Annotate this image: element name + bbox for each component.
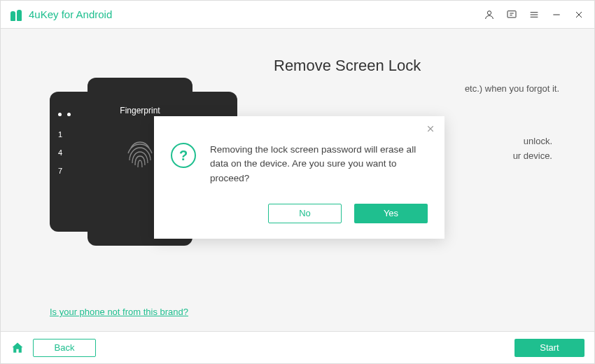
fingerprint-label: Fingerprint	[120, 106, 160, 115]
menu-icon[interactable]	[528, 9, 540, 20]
svg-point-0	[487, 10, 491, 14]
minimize-icon[interactable]	[551, 9, 562, 20]
user-icon[interactable]	[484, 9, 495, 20]
brand-help-link[interactable]: Is your phone not from this brand?	[50, 307, 188, 317]
fingerprint-icon	[122, 132, 158, 172]
titlebar: 4uKey for Android	[1, 1, 594, 29]
svg-rect-1	[507, 10, 516, 17]
description-tail: etc.) when you forgot it.	[260, 83, 566, 94]
app-title: 4uKey for Android	[29, 8, 112, 20]
close-icon[interactable]	[573, 9, 584, 20]
dialog-close-icon[interactable]	[425, 123, 436, 134]
home-button[interactable]	[10, 341, 24, 355]
dialog-message: Removing the lock screen password will e…	[210, 143, 428, 186]
question-icon: ?	[171, 143, 196, 168]
no-button[interactable]: No	[268, 204, 342, 223]
titlebar-left: 4uKey for Android	[10, 8, 112, 21]
feedback-icon[interactable]	[506, 9, 517, 20]
page-title: Remove Screen Lock	[274, 57, 566, 75]
yes-button[interactable]: Yes	[354, 204, 428, 223]
app-logo-icon	[10, 8, 23, 21]
titlebar-right	[484, 9, 584, 20]
footer-bar: Back Start	[1, 331, 594, 363]
back-button[interactable]: Back	[33, 339, 96, 357]
confirm-dialog: ? Removing the lock screen password will…	[154, 116, 444, 239]
start-button[interactable]: Start	[514, 339, 584, 357]
